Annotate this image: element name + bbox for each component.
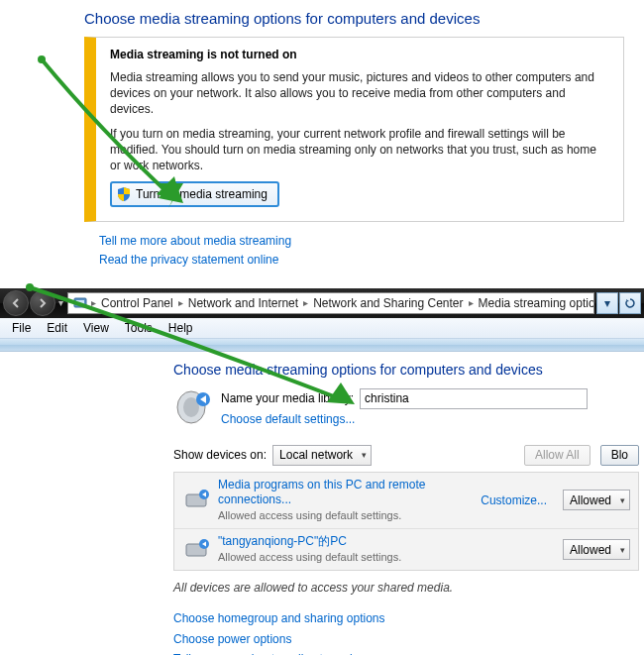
back-button[interactable] [3, 290, 29, 316]
turn-on-button-label: Turn on media streaming [136, 187, 268, 201]
address-bar[interactable]: ▸ Control Panel ▸ Network and Internet ▸… [67, 292, 594, 314]
menu-tools[interactable]: Tools [117, 319, 161, 337]
device-name-link[interactable]: "tangyanqiong-PC"的PC [218, 534, 347, 550]
show-devices-value: Local network [279, 448, 353, 462]
breadcrumb-item[interactable]: Network and Internet [184, 296, 302, 310]
control-panel-icon [72, 295, 88, 311]
device-permission-select[interactable]: Allowed [563, 490, 630, 510]
block-all-button[interactable]: Blo [600, 445, 639, 466]
shield-icon [116, 186, 132, 202]
control-panel-window: ▾ ▸ Control Panel ▸ Network and Internet… [0, 288, 644, 656]
customize-link[interactable]: Customize... [481, 493, 547, 507]
refresh-button[interactable] [619, 292, 641, 314]
breadcrumb-sep: ▸ [302, 297, 309, 308]
forward-button[interactable] [30, 290, 55, 316]
choose-default-settings-link[interactable]: Choose default settings... [221, 412, 355, 426]
svg-rect-1 [76, 300, 84, 305]
menu-edit[interactable]: Edit [39, 319, 75, 337]
link-privacy-statement[interactable]: Read the privacy statement online [99, 251, 278, 270]
device-permission-value: Allowed [570, 493, 611, 507]
warning-para-2: If you turn on media streaming, your cur… [110, 126, 609, 174]
breadcrumb-item[interactable]: Media streaming options [475, 296, 594, 310]
show-devices-select[interactable]: Local network [272, 445, 372, 466]
link-tell-me-more[interactable]: Tell me more about media streaming [99, 232, 291, 251]
library-name-label: Name your media library: [221, 391, 354, 405]
device-name-link[interactable]: Media programs on this PC and remote con… [218, 478, 473, 508]
device-list: Media programs on this PC and remote con… [173, 472, 639, 572]
allow-all-button: Allow All [524, 445, 590, 466]
media-library-icon [173, 387, 213, 427]
warning-para-1: Media streaming allows you to send your … [110, 69, 609, 118]
breadcrumb-sep: ▸ [177, 297, 184, 308]
device-permission-select[interactable]: Allowed [563, 539, 630, 560]
link-tell-me-more-2[interactable]: Tell me more about media streaming [173, 649, 366, 655]
menu-file[interactable]: File [4, 319, 39, 337]
nav-bar: ▾ ▸ Control Panel ▸ Network and Internet… [0, 288, 644, 318]
breadcrumb-sep: ▸ [90, 297, 97, 308]
breadcrumb-item[interactable]: Control Panel [97, 296, 177, 310]
device-sub: Allowed access using default settings. [218, 509, 401, 521]
link-homegroup[interactable]: Choose homegroup and sharing options [173, 608, 384, 628]
link-power-options[interactable]: Choose power options [173, 629, 291, 649]
svg-point-9 [38, 55, 46, 63]
breadcrumb-sep: ▸ [468, 297, 475, 308]
all-devices-note: All devices are allowed to access your s… [173, 581, 644, 595]
library-name-input[interactable] [360, 388, 588, 409]
device-permission-value: Allowed [570, 543, 611, 557]
warning-box: Media streaming is not turned on Media s… [84, 37, 624, 222]
turn-on-media-streaming-button[interactable]: Turn on media streaming [110, 181, 279, 207]
nav-history-dropdown[interactable]: ▾ [58, 297, 63, 308]
device-item: Media programs on this PC and remote con… [174, 473, 638, 530]
menu-bar: File Edit View Tools Help [0, 318, 644, 339]
device-sub: Allowed access using default settings. [218, 551, 401, 563]
page-title-2: Choose media streaming options for compu… [173, 362, 644, 378]
device-item: "tangyanqiong-PC"的PC Allowed access usin… [174, 529, 638, 570]
content-area: Choose media streaming options for compu… [0, 352, 644, 656]
warning-heading: Media streaming is not turned on [110, 48, 609, 61]
menu-help[interactable]: Help [161, 319, 201, 337]
page-title: Choose media streaming options for compu… [84, 10, 644, 27]
media-device-icon [182, 487, 210, 514]
breadcrumb-item[interactable]: Network and Sharing Center [309, 296, 467, 310]
media-device-icon [182, 536, 210, 564]
show-devices-label: Show devices on: [173, 448, 267, 462]
menu-view[interactable]: View [75, 319, 117, 337]
toolbar-strip [0, 339, 644, 352]
address-dropdown-button[interactable]: ▾ [596, 292, 618, 314]
